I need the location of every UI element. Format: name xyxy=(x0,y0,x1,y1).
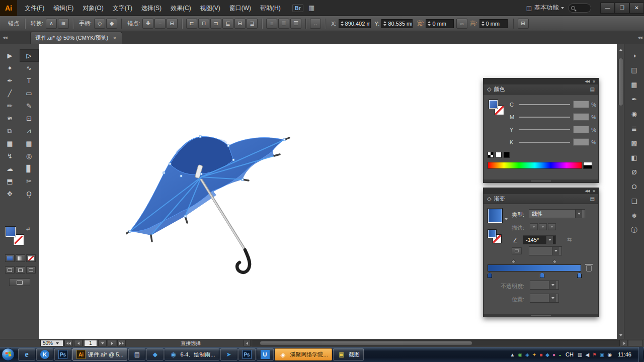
tool-zoom[interactable]: Ǫ xyxy=(20,188,39,200)
gradient-midpoint-slider[interactable] xyxy=(511,259,516,264)
gradient-type-select[interactable]: 线性 xyxy=(529,209,585,218)
restore-button[interactable]: ❐ xyxy=(615,3,629,14)
previous-artboard-button[interactable] xyxy=(74,340,83,346)
draw-behind-button[interactable] xyxy=(16,266,25,274)
black-swatch[interactable] xyxy=(504,152,510,158)
horizontal-scroll-thumb[interactable] xyxy=(260,341,472,345)
symbols-panel-icon[interactable]: ◉ xyxy=(628,109,641,119)
menu-file[interactable]: 文件(F) xyxy=(20,0,49,16)
tool-paintbrush[interactable]: ✏ xyxy=(1,100,20,112)
x-coordinate-field[interactable]: 890.402 mm xyxy=(339,19,371,28)
delete-stop-icon[interactable] xyxy=(586,265,592,272)
distribute-spacing-button[interactable]: ☰ xyxy=(290,19,301,29)
stop-opacity-field[interactable] xyxy=(530,281,559,290)
collapse-toolbar-icon[interactable]: ◀◀ xyxy=(3,36,7,40)
document-tab[interactable]: 课件.ai* @ 50% (CMYK/预览) ✕ xyxy=(30,32,122,44)
spacing-icon[interactable]: ↔ xyxy=(310,19,321,29)
tool-blend[interactable]: ◎ xyxy=(20,150,39,162)
panel-toggle-icon[interactable]: ◇ xyxy=(487,86,491,93)
taskbar-u-browser[interactable]: U xyxy=(257,348,274,360)
draw-normal-button[interactable] xyxy=(5,266,15,274)
stop-location-field[interactable] xyxy=(530,294,559,303)
close-panel-icon[interactable]: ✕ xyxy=(592,79,596,84)
black-slider[interactable] xyxy=(519,142,570,143)
aspect-ratio-field[interactable] xyxy=(529,246,562,255)
menu-edit[interactable]: 编辑(E) xyxy=(49,0,78,16)
minimize-button[interactable]: — xyxy=(600,3,615,14)
gradient-midpoint-slider[interactable] xyxy=(552,259,557,264)
network-icon[interactable]: ▣ xyxy=(600,352,604,357)
align-center-button[interactable]: ⊓ xyxy=(198,19,209,29)
tool-mesh[interactable]: ▦ xyxy=(1,137,20,150)
swatches-panel-icon[interactable]: ▦ xyxy=(628,79,641,89)
tray-icon-ime[interactable]: ▥ xyxy=(578,352,582,357)
scroll-up-icon[interactable] xyxy=(619,44,622,51)
yellow-value-field[interactable] xyxy=(573,126,589,133)
gradient-ramp[interactable] xyxy=(488,264,581,272)
taskbar-thunder[interactable]: ➤ xyxy=(220,348,237,360)
tool-width[interactable]: ≋ xyxy=(1,112,20,125)
remove-anchor-button[interactable]: ✚ xyxy=(142,19,153,29)
navigator-panel-icon[interactable]: ❄ xyxy=(628,211,641,221)
tool-column-graph[interactable]: ▊ xyxy=(20,162,39,175)
menu-object[interactable]: 对象(O) xyxy=(78,0,108,16)
tool-magic-wand[interactable]: ✦ xyxy=(1,62,20,74)
menu-effect[interactable]: 效果(C) xyxy=(166,0,196,16)
color-button[interactable] xyxy=(5,254,15,262)
scroll-right-icon[interactable] xyxy=(621,340,628,346)
tab-close-icon[interactable]: ✕ xyxy=(113,36,117,41)
color-guide-panel-icon[interactable]: ▤ xyxy=(628,65,641,75)
draw-inside-button[interactable] xyxy=(26,266,36,274)
tool-pencil[interactable]: ✎ xyxy=(20,100,39,112)
black-value-field[interactable] xyxy=(573,138,589,146)
close-button[interactable]: ✕ xyxy=(629,3,644,14)
panel-toggle-icon[interactable]: ◇ xyxy=(487,196,491,202)
tool-line-segment[interactable]: ╱ xyxy=(1,87,20,100)
show-desktop-button[interactable] xyxy=(638,347,643,362)
tray-icon-media[interactable]: ● xyxy=(552,352,555,357)
gradient-panel-icon[interactable]: ▩ xyxy=(628,138,641,148)
color-panel-icon[interactable]: ◑ xyxy=(628,50,641,60)
tool-type[interactable]: T xyxy=(20,74,39,87)
height-spinner[interactable] xyxy=(481,21,485,26)
workspace-switcher[interactable]: ◫ 基本功能 xyxy=(526,4,564,12)
taskbar-xiju-academy[interactable]: ◈ 溪聚网络学院... xyxy=(275,348,332,360)
none-button[interactable] xyxy=(26,254,36,262)
collapse-panel-icon[interactable]: ◀◀ xyxy=(585,79,590,83)
align-left-button[interactable]: ⊏ xyxy=(186,19,197,29)
panel-resize-grip[interactable] xyxy=(484,314,598,317)
collapse-panel-icon[interactable]: ◀◀ xyxy=(585,189,590,193)
scroll-down-icon[interactable] xyxy=(619,334,622,336)
transparency-panel-icon[interactable]: ◧ xyxy=(628,152,641,162)
align-bottom-button[interactable]: ⊒ xyxy=(247,19,258,29)
tray-icon-antivirus[interactable]: ◉ xyxy=(518,352,522,357)
convert-to-smooth-button[interactable]: ≋ xyxy=(58,19,69,29)
show-hidden-icons-icon[interactable]: ▲ xyxy=(510,352,515,357)
gradient-angle-field[interactable]: -145° xyxy=(523,235,556,244)
stroke-gradient-along-button[interactable] xyxy=(539,223,547,230)
tool-eyedropper[interactable]: ↯ xyxy=(1,150,20,162)
tray-icon-security[interactable]: ■ xyxy=(539,352,542,357)
swap-fill-stroke-icon[interactable]: ⇄ xyxy=(26,226,30,231)
convert-to-corner-button[interactable]: ∧ xyxy=(46,19,57,29)
magenta-slider[interactable] xyxy=(519,117,570,118)
gradient-stop-left[interactable] xyxy=(488,273,492,278)
tool-perspective-grid[interactable]: ⊿ xyxy=(20,125,39,137)
taskbar-screenshot-folder[interactable]: ▣ 截图 xyxy=(333,348,364,360)
stroke-gradient-within-button[interactable] xyxy=(530,223,538,230)
fill-proxy-chip[interactable] xyxy=(489,100,498,109)
vertical-scrollbar[interactable] xyxy=(617,44,624,339)
close-panel-icon[interactable]: ✕ xyxy=(592,189,596,194)
tool-free-transform[interactable]: ⊡ xyxy=(20,112,39,125)
reverse-gradient-icon[interactable]: ⇆ xyxy=(567,236,572,243)
menu-select[interactable]: 选择(S) xyxy=(137,0,166,16)
tool-rectangle[interactable]: ▭ xyxy=(20,87,39,100)
horizontal-scrollbar[interactable] xyxy=(252,340,620,346)
cyan-value-field[interactable] xyxy=(573,101,589,108)
tool-artboard[interactable]: ⬒ xyxy=(1,175,20,188)
gradient-presets-caret-icon[interactable] xyxy=(505,218,508,220)
gradient-stop-middle[interactable] xyxy=(540,273,544,278)
fill-proxy-chip[interactable] xyxy=(488,229,497,238)
artboard-list-caret[interactable] xyxy=(98,340,107,346)
registration-swatch[interactable] xyxy=(488,152,494,158)
